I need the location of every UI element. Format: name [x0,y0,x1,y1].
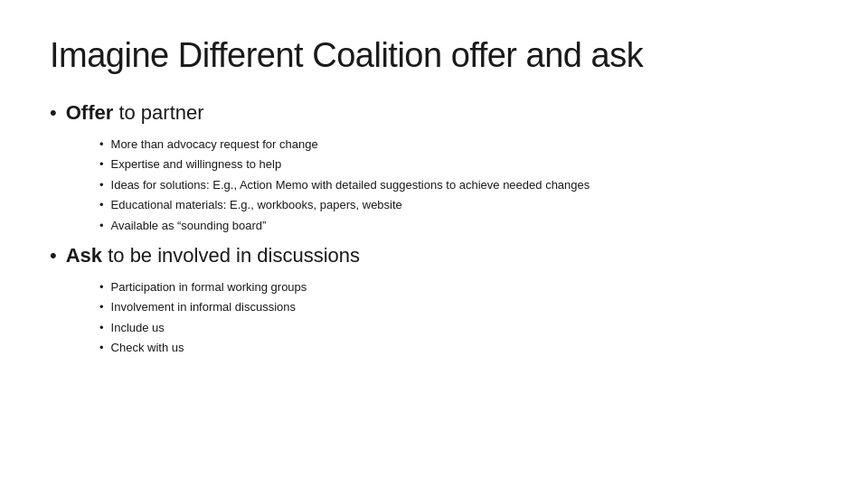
offer-bold: Offer [66,101,114,124]
list-item: • Educational materials: E.g., workbooks… [99,196,818,214]
ask-item-4: Check with us [111,339,184,357]
offer-item-1: More than advocacy request for change [111,136,318,154]
sub-dot: • [99,137,104,151]
list-item: • Include us [99,319,818,337]
ask-section: • Ask to be involved in discussions • Pa… [50,243,818,357]
list-item: • Available as “sounding board” [99,217,818,235]
offer-item-3: Ideas for solutions: E.g., Action Memo w… [111,176,590,194]
offer-sub-bullets: • More than advocacy request for change … [99,136,818,235]
sub-dot: • [99,280,104,294]
ask-sub-bullets: • Participation in formal working groups… [99,278,818,357]
sub-dot: • [99,178,104,192]
ask-bullet-dot: • [50,244,57,267]
sub-dot: • [99,321,104,334]
sub-dot: • [99,341,104,354]
sub-dot: • [99,198,104,211]
offer-heading-text: Offer to partner [66,100,204,127]
offer-item-4: Educational materials: E.g., workbooks, … [111,196,402,214]
ask-item-2: Involvement in informal discussions [111,298,296,316]
offer-item-5: Available as “sounding board” [111,217,267,235]
offer-section: • Offer to partner • More than advocacy … [50,100,818,234]
ask-rest: to be involved in discussions [102,244,360,267]
ask-item-3: Include us [111,319,165,337]
list-item: • Involvement in informal discussions [99,298,818,316]
sub-dot: • [99,157,104,171]
slide-title: Imagine Different Coalition offer and as… [50,36,818,75]
ask-item-1: Participation in formal working groups [111,278,307,296]
slide: Imagine Different Coalition offer and as… [0,0,868,488]
offer-bullet-dot: • [50,101,57,125]
list-item: • Participation in formal working groups [99,278,818,296]
list-item: • Check with us [99,339,818,357]
offer-rest: to partner [113,101,203,124]
list-item: • Expertise and willingness to help [99,155,818,174]
offer-item-2: Expertise and willingness to help [111,155,282,174]
list-item: • Ideas for solutions: E.g., Action Memo… [99,176,818,194]
ask-bold: Ask [66,244,102,267]
ask-heading: • Ask to be involved in discussions [50,243,818,269]
sub-dot: • [99,300,104,314]
offer-heading: • Offer to partner [50,100,818,127]
ask-heading-text: Ask to be involved in discussions [66,243,360,269]
sub-dot: • [99,219,104,232]
list-item: • More than advocacy request for change [99,136,818,154]
